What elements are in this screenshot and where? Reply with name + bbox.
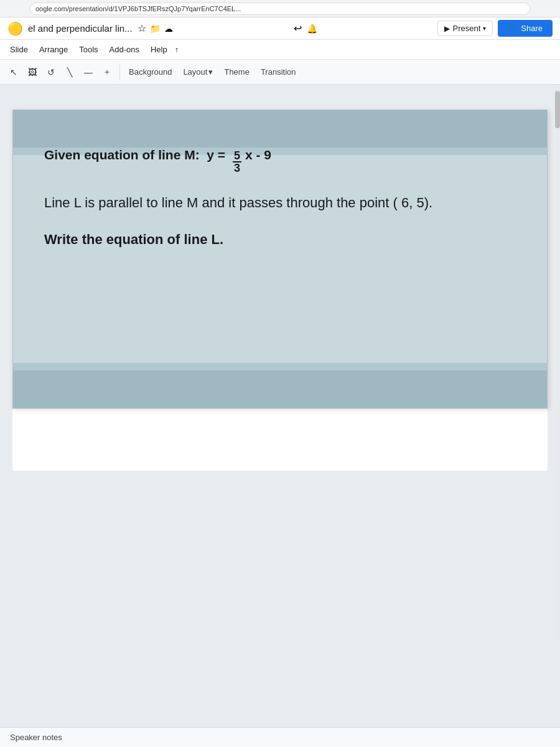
browser-bar: oogle.com/presentation/d/1VPJ6bTSJfERszQ… — [0, 0, 560, 17]
line-button[interactable]: ╲ — [61, 63, 78, 81]
fraction-numerator: 5 — [233, 150, 241, 162]
fraction: 5 3 — [233, 150, 241, 174]
write-equation-text: Write the equation of line L. — [44, 232, 223, 247]
slides-icon: 🟡 — [7, 21, 23, 36]
layout-button[interactable]: Layout ▾ — [178, 65, 218, 79]
image-button[interactable]: 🖼 — [24, 63, 41, 81]
present-button[interactable]: ▶ Present ▾ — [437, 21, 493, 36]
select-tool-button[interactable]: ↖ — [5, 63, 22, 81]
star-icon[interactable]: ☆ — [138, 22, 146, 34]
slide-text-area: Given equation of line M: y = 5 3 x - 9 … — [44, 148, 516, 248]
image-icon: 🖼 — [28, 67, 37, 77]
fraction-denominator: 3 — [233, 162, 241, 174]
present-label: Present — [452, 24, 480, 33]
background-label: Background — [129, 67, 172, 77]
given-equation-suffix: x - 9 — [245, 148, 271, 162]
menu-item-addons[interactable]: Add-ons — [105, 42, 144, 57]
write-equation-prompt: Write the equation of line L. — [44, 232, 516, 248]
transition-button[interactable]: Transition — [256, 65, 301, 79]
cloud-icon[interactable]: ☁ — [164, 24, 173, 34]
title-right: ▶ Present ▾ Share — [437, 20, 553, 37]
plus-icon: ＋ — [103, 67, 111, 78]
toolbar-separator-1 — [119, 65, 120, 80]
toolbar: ↖ 🖼 ↺ ╲ — ＋ Background Layout ▾ Theme Tr… — [0, 60, 560, 85]
menu-item-slide[interactable]: Slide — [5, 42, 33, 57]
parallel-line-content: Line L is parallel to line M and it pass… — [44, 195, 432, 210]
share-button[interactable]: Share — [498, 20, 553, 37]
url-text: oogle.com/presentation/d/1VPJ6bTSJfERszQ… — [35, 5, 241, 12]
folder-icon[interactable]: 📁 — [150, 24, 161, 34]
title-left: 🟡 el and perpendicular lin... ☆ 📁 ☁ — [7, 21, 173, 36]
notification-icon[interactable]: 🔔 — [307, 24, 317, 34]
layout-dropdown-icon: ▾ — [208, 67, 213, 77]
given-equation: Given equation of line M: y = 5 3 x - 9 — [44, 148, 516, 174]
undo-icon[interactable]: ↩ — [294, 22, 302, 34]
background-button[interactable]: Background — [124, 65, 177, 79]
menu-item-help[interactable]: Help — [146, 42, 172, 57]
scrollbar-thumb[interactable] — [555, 91, 560, 128]
rotate-button[interactable]: ↺ — [42, 63, 60, 81]
rotate-icon: ↺ — [47, 67, 55, 77]
plus-button[interactable]: ＋ — [98, 63, 116, 81]
slide-main[interactable]: Given equation of line M: y = 5 3 x - 9 … — [12, 110, 548, 408]
line-icon: ╲ — [67, 67, 72, 77]
speaker-notes-label[interactable]: Speaker notes — [10, 733, 62, 742]
url-bar[interactable]: oogle.com/presentation/d/1VPJ6bTSJfERszQ… — [30, 2, 530, 15]
help-icon: ↑ — [175, 45, 179, 54]
layout-label: Layout — [183, 67, 207, 77]
theme-button[interactable]: Theme — [219, 65, 254, 79]
present-icon: ▶ — [444, 24, 450, 33]
menu-item-arrange[interactable]: Arrange — [34, 42, 73, 57]
slide-container: Given equation of line M: y = 5 3 x - 9 … — [0, 85, 560, 738]
notes-area[interactable] — [12, 408, 548, 471]
shapes-button[interactable]: — — [80, 63, 97, 81]
title-icons: ☆ 📁 ☁ — [138, 22, 173, 34]
menu-bar: Slide Arrange Tools Add-ons Help ↑ — [0, 40, 560, 60]
scrollbar-right[interactable] — [555, 85, 560, 645]
slide-content: Given equation of line M: y = 5 3 x - 9 … — [13, 110, 547, 408]
speaker-notes-bar[interactable]: Speaker notes — [0, 727, 560, 747]
theme-label: Theme — [224, 67, 249, 77]
cursor-icon: ↖ — [10, 67, 17, 77]
menu-item-tools[interactable]: Tools — [74, 42, 103, 57]
given-equation-prefix: Given equation of line M: y = — [44, 148, 229, 162]
parallel-line-text: Line L is parallel to line M and it pass… — [44, 192, 516, 213]
present-dropdown-icon: ▾ — [483, 25, 486, 32]
transition-label: Transition — [261, 67, 296, 77]
doc-title[interactable]: el and perpendicular lin... — [28, 23, 133, 34]
shapes-icon: — — [84, 67, 93, 77]
title-bar: 🟡 el and perpendicular lin... ☆ 📁 ☁ ↩ 🔔 … — [0, 17, 560, 40]
share-label: Share — [521, 24, 543, 33]
